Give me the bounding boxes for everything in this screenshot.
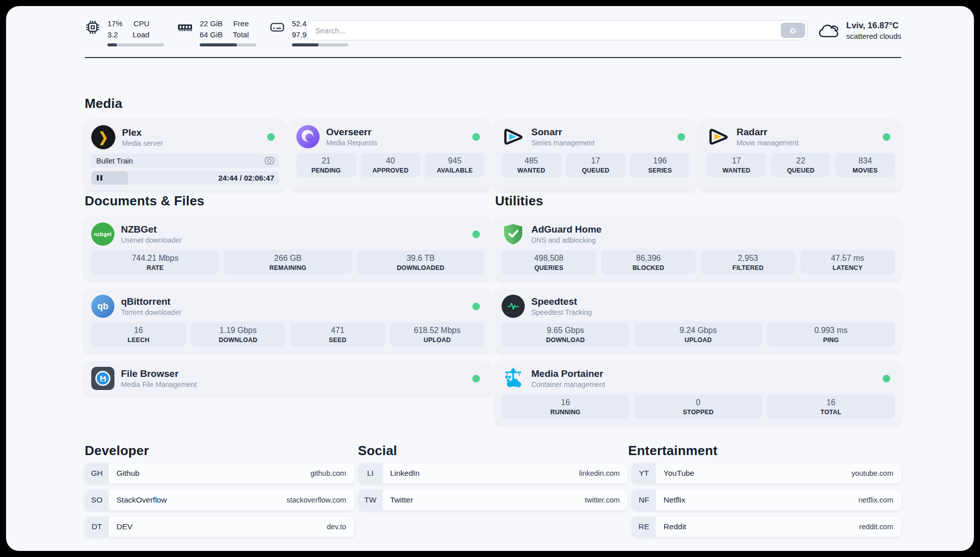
bookmark-tag: NF [632, 490, 656, 510]
google-search-button[interactable]: G [781, 23, 805, 38]
sonarr-card[interactable]: Sonarr Series management 485WANTED 17QUE… [495, 120, 696, 190]
status-dot [472, 231, 480, 238]
ram-total-value: 64 GiB [200, 29, 223, 40]
bookmark-youtube[interactable]: YT YouTube youtube.com [632, 463, 901, 483]
plex-icon: ❯ [91, 125, 115, 149]
speedtest-card[interactable]: Speedtest Speedtest Tracking 9.65 GbpsDO… [495, 289, 901, 352]
cpu-load-value: 3.2 [107, 29, 122, 40]
pause-icon [97, 175, 102, 181]
service-subtitle: DNS and adblocking [531, 236, 601, 244]
stat-wanted: 485WANTED [502, 153, 561, 177]
stat-wanted: 17WANTED [707, 153, 766, 177]
weather-location-temp: Lviv, 16.87°C [846, 20, 901, 31]
filebrowser-card[interactable]: File Browser Media File Management [85, 361, 491, 396]
stat-seed: 471SEED [290, 322, 385, 347]
bookmark-tag: TW [358, 490, 383, 510]
stat-total: 16TOTAL [767, 395, 895, 419]
social-bookmarks: LI LinkedIn linkedin.com TW Twitter twit… [358, 463, 628, 537]
speedtest-icon [502, 295, 525, 318]
status-dot [883, 375, 890, 382]
service-title: qBittorrent [121, 296, 181, 307]
playback-time: 24:44 / 02:06:47 [218, 174, 279, 182]
bookmark-url: stackoverflow.com [286, 496, 346, 504]
stat-download: 1.19 GbpsDOWNLOAD [191, 322, 286, 347]
stat-movies: 834MOVIES [835, 153, 895, 177]
bookmark-name: Netflix [663, 495, 685, 505]
section-heading-entertainment: Entertainment [628, 443, 717, 459]
bookmark-name: Github [116, 469, 140, 478]
bookmark-tag: DT [85, 517, 109, 537]
cpu-usage-value: 17% [107, 18, 122, 29]
section-heading-utilities: Utilities [495, 193, 543, 209]
service-subtitle: Torrent downloader [121, 308, 181, 316]
now-playing-title: Bullet Train [96, 157, 133, 165]
overseerr-card[interactable]: Overseerr Media Requests 21PENDING 40APP… [290, 120, 491, 190]
bookmark-dev[interactable]: DT DEV dev.to [85, 517, 354, 537]
radarr-card[interactable]: Radarr Movie management 17WANTED 22QUEUE… [700, 120, 901, 190]
plex-card[interactable]: ❯ Plex Media server Bullet Train 24:44 /… [85, 120, 286, 190]
bookmark-tag: YT [632, 463, 656, 483]
bookmark-github[interactable]: GH Github github.com [85, 463, 354, 483]
media-preview-icon[interactable] [265, 156, 274, 165]
stat-downloaded: 39.6 TBDOWNLOADED [357, 250, 484, 274]
search-bar: G [307, 20, 808, 40]
disk-progress-bar [292, 43, 348, 46]
service-title: Media Portainer [531, 368, 605, 379]
stat-filtered: 2,953FILTERED [701, 250, 795, 274]
header-divider [85, 57, 901, 58]
portainer-card[interactable]: Media Portainer Container management 16R… [495, 361, 901, 424]
stat-rate: 744.21 MbpsRATE [91, 250, 219, 274]
nzbget-card[interactable]: nzbget NZBGet Usenet downloader 744.21 M… [85, 217, 491, 280]
bookmark-reddit[interactable]: RE Reddit reddit.com [632, 517, 901, 537]
qbittorrent-card[interactable]: qb qBittorrent Torrent downloader 16LEEC… [85, 289, 491, 352]
service-subtitle: Movie management [737, 139, 799, 147]
bookmark-url: youtube.com [851, 469, 893, 477]
stat-upload: 618.52 MbpsUPLOAD [390, 322, 485, 347]
stat-pending: 21PENDING [296, 153, 356, 177]
adguard-icon [502, 222, 525, 246]
search-input[interactable] [307, 20, 808, 40]
stat-queries: 498,508QUERIES [502, 250, 596, 274]
stat-available: 945AVAILABLE [425, 153, 484, 177]
section-heading-documents: Documents & Files [85, 193, 204, 209]
service-title: File Browser [121, 368, 197, 379]
status-dot [267, 133, 275, 141]
cpu-icon [84, 18, 102, 36]
status-dot [678, 133, 685, 141]
stat-upload: 9.24 GbpsUPLOAD [634, 322, 762, 347]
adguard-card[interactable]: AdGuard Home DNS and adblocking 498,508Q… [495, 217, 901, 280]
service-title: AdGuard Home [531, 224, 601, 235]
bookmark-twitter[interactable]: TW Twitter twitter.com [358, 490, 628, 510]
bookmark-url: dev.to [327, 523, 346, 531]
bookmark-name: LinkedIn [390, 469, 420, 478]
bookmark-netflix[interactable]: NF Netflix netflix.com [632, 490, 901, 510]
section-heading-developer: Developer [85, 443, 149, 459]
service-subtitle: Media server [122, 139, 163, 147]
stat-stopped: 0STOPPED [634, 395, 762, 419]
service-title: Radarr [737, 127, 799, 138]
cpu-progress-bar [107, 43, 164, 46]
portainer-icon [502, 367, 525, 390]
status-dot [472, 303, 480, 310]
developer-bookmarks: GH Github github.com SO StackOverflow st… [85, 463, 354, 537]
stat-remaining: 266 GBREMAINING [224, 250, 351, 274]
service-subtitle: Container management [531, 380, 605, 388]
section-heading-social: Social [358, 443, 397, 459]
bookmark-linkedin[interactable]: LI LinkedIn linkedin.com [358, 463, 628, 483]
service-title: Plex [122, 127, 163, 138]
disk-icon [268, 18, 286, 36]
cloud-icon [817, 21, 839, 40]
service-subtitle: Media File Management [121, 380, 197, 388]
now-playing-row: Bullet Train [91, 154, 279, 168]
service-title: Speedtest [531, 296, 592, 307]
service-title: NZBGet [121, 224, 182, 235]
service-title: Overseerr [326, 127, 377, 138]
ram-progress-bar [200, 43, 256, 46]
playback-progress-bar: 24:44 / 02:06:47 [91, 171, 279, 185]
documents-column: nzbget NZBGet Usenet downloader 744.21 M… [85, 217, 491, 405]
bookmark-tag: RE [632, 517, 656, 537]
status-dot [472, 133, 480, 141]
bookmark-stackoverflow[interactable]: SO StackOverflow stackoverflow.com [85, 490, 354, 510]
status-dot [883, 133, 890, 141]
stat-queued: 17QUEUED [566, 153, 626, 177]
